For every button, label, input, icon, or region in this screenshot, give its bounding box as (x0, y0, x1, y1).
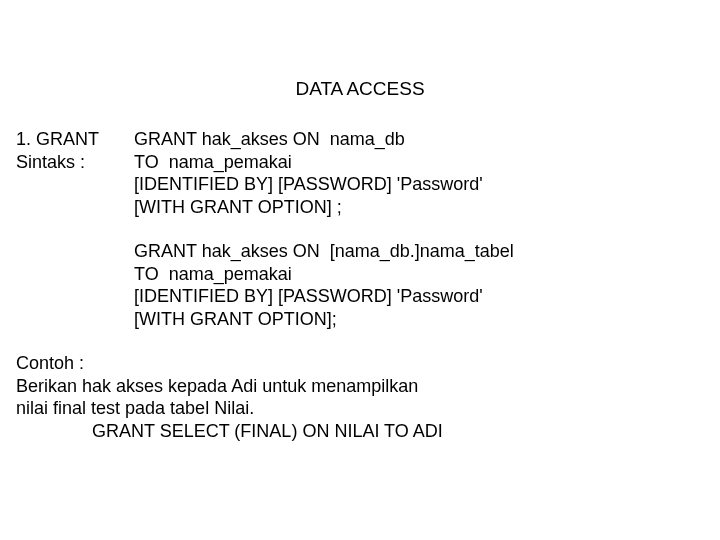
slide-content: DATA ACCESS 1. GRANT Sintaks : GRANT hak… (0, 78, 720, 442)
contoh-line: nilai final test pada tabel Nilai. (16, 397, 720, 420)
syntax-line: [IDENTIFIED BY] [PASSWORD] 'Password' (134, 285, 720, 308)
syntax-line: [WITH GRANT OPTION]; (134, 308, 720, 331)
syntax-line: TO nama_pemakai (134, 151, 720, 174)
contoh-line: Berikan hak akses kepada Adi untuk menam… (16, 375, 720, 398)
syntax-block-1: GRANT hak_akses ON nama_db TO nama_pemak… (134, 128, 720, 218)
contoh-label: Contoh : (16, 352, 720, 375)
slide-title: DATA ACCESS (0, 78, 720, 100)
syntax-line: TO nama_pemakai (134, 263, 720, 286)
syntax-block-2: GRANT hak_akses ON [nama_db.]nama_tabel … (134, 240, 720, 330)
contoh-section: Contoh : Berikan hak akses kepada Adi un… (0, 352, 720, 442)
contoh-query: GRANT SELECT (FINAL) ON NILAI TO ADI (16, 420, 720, 443)
grant-row: 1. GRANT Sintaks : GRANT hak_akses ON na… (16, 128, 720, 330)
syntax-line: [WITH GRANT OPTION] ; (134, 196, 720, 219)
item-number: 1. GRANT (16, 128, 134, 151)
syntax-line: GRANT hak_akses ON [nama_db.]nama_tabel (134, 240, 720, 263)
left-column: 1. GRANT Sintaks : (16, 128, 134, 173)
syntax-column: GRANT hak_akses ON nama_db TO nama_pemak… (134, 128, 720, 330)
syntax-line: GRANT hak_akses ON nama_db (134, 128, 720, 151)
syntax-line: [IDENTIFIED BY] [PASSWORD] 'Password' (134, 173, 720, 196)
grant-section: 1. GRANT Sintaks : GRANT hak_akses ON na… (0, 128, 720, 330)
sintaks-label: Sintaks : (16, 151, 134, 174)
